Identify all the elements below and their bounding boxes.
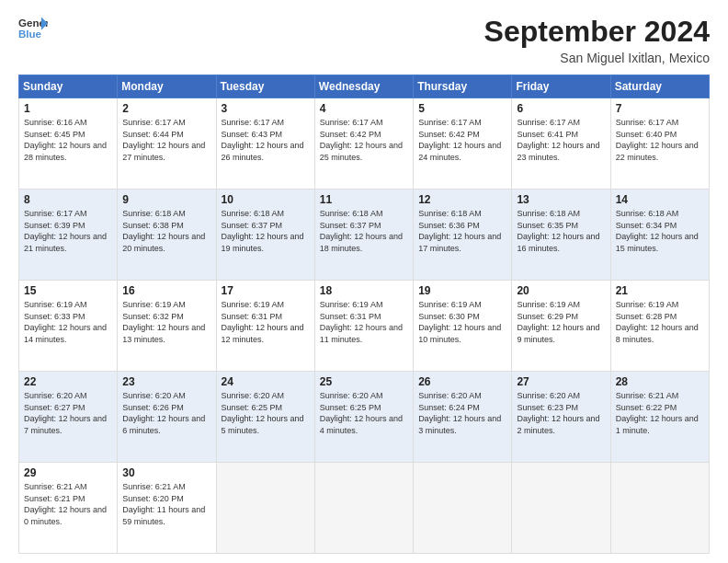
day-info: Sunrise: 6:19 AMSunset: 6:30 PMDaylight:… bbox=[418, 299, 506, 345]
day-info: Sunrise: 6:17 AMSunset: 6:43 PMDaylight:… bbox=[222, 117, 310, 163]
day-number: 16 bbox=[122, 284, 210, 297]
day-info: Sunrise: 6:20 AMSunset: 6:23 PMDaylight:… bbox=[517, 390, 605, 436]
table-row: 10Sunrise: 6:18 AMSunset: 6:37 PMDayligh… bbox=[216, 190, 314, 281]
table-row: 7Sunrise: 6:17 AMSunset: 6:40 PMDaylight… bbox=[610, 98, 709, 190]
day-info: Sunrise: 6:21 AMSunset: 6:20 PMDaylight:… bbox=[122, 481, 210, 527]
header: General Blue September 2024 San Miguel I… bbox=[18, 15, 710, 65]
day-number: 11 bbox=[320, 193, 408, 206]
day-number: 23 bbox=[122, 375, 210, 388]
table-row: 29Sunrise: 6:21 AMSunset: 6:21 PMDayligh… bbox=[19, 463, 118, 554]
table-row: 20Sunrise: 6:19 AMSunset: 6:29 PMDayligh… bbox=[512, 281, 610, 372]
table-row: 25Sunrise: 6:20 AMSunset: 6:25 PMDayligh… bbox=[314, 372, 413, 463]
day-info: Sunrise: 6:19 AMSunset: 6:33 PMDaylight:… bbox=[24, 299, 112, 345]
table-row: 8Sunrise: 6:17 AMSunset: 6:39 PMDaylight… bbox=[19, 190, 118, 281]
day-info: Sunrise: 6:19 AMSunset: 6:29 PMDaylight:… bbox=[517, 299, 605, 345]
day-number: 24 bbox=[222, 375, 310, 388]
calendar-week-row: 15Sunrise: 6:19 AMSunset: 6:33 PMDayligh… bbox=[19, 281, 710, 372]
day-info: Sunrise: 6:17 AMSunset: 6:42 PMDaylight:… bbox=[320, 117, 408, 163]
svg-text:Blue: Blue bbox=[18, 29, 42, 40]
table-row: 16Sunrise: 6:19 AMSunset: 6:32 PMDayligh… bbox=[118, 281, 216, 372]
day-info: Sunrise: 6:18 AMSunset: 6:36 PMDaylight:… bbox=[418, 208, 506, 254]
day-info: Sunrise: 6:18 AMSunset: 6:37 PMDaylight:… bbox=[222, 208, 310, 254]
day-number: 26 bbox=[418, 375, 506, 388]
table-row bbox=[610, 463, 709, 554]
table-row: 21Sunrise: 6:19 AMSunset: 6:28 PMDayligh… bbox=[610, 281, 709, 372]
logo-icon: General Blue bbox=[18, 15, 48, 40]
day-number: 7 bbox=[616, 102, 704, 115]
day-number: 13 bbox=[517, 193, 605, 206]
table-row: 12Sunrise: 6:18 AMSunset: 6:36 PMDayligh… bbox=[414, 190, 512, 281]
table-row: 5Sunrise: 6:17 AMSunset: 6:42 PMDaylight… bbox=[414, 98, 512, 190]
day-number: 1 bbox=[24, 102, 112, 115]
location: San Miguel Ixitlan, Mexico bbox=[484, 51, 710, 65]
day-info: Sunrise: 6:18 AMSunset: 6:35 PMDaylight:… bbox=[517, 208, 605, 254]
day-number: 8 bbox=[24, 193, 112, 206]
table-row: 13Sunrise: 6:18 AMSunset: 6:35 PMDayligh… bbox=[512, 190, 610, 281]
day-number: 12 bbox=[418, 193, 506, 206]
day-number: 10 bbox=[222, 193, 310, 206]
day-info: Sunrise: 6:17 AMSunset: 6:44 PMDaylight:… bbox=[122, 117, 210, 163]
day-info: Sunrise: 6:20 AMSunset: 6:25 PMDaylight:… bbox=[320, 390, 408, 436]
day-info: Sunrise: 6:21 AMSunset: 6:21 PMDaylight:… bbox=[24, 481, 112, 527]
month-year: September 2024 bbox=[484, 15, 710, 49]
table-row: 15Sunrise: 6:19 AMSunset: 6:33 PMDayligh… bbox=[19, 281, 118, 372]
calendar-week-row: 29Sunrise: 6:21 AMSunset: 6:21 PMDayligh… bbox=[19, 463, 710, 554]
day-number: 3 bbox=[222, 102, 310, 115]
table-row bbox=[216, 463, 314, 554]
col-saturday: Saturday bbox=[610, 75, 709, 98]
table-row: 30Sunrise: 6:21 AMSunset: 6:20 PMDayligh… bbox=[118, 463, 216, 554]
table-row: 3Sunrise: 6:17 AMSunset: 6:43 PMDaylight… bbox=[216, 98, 314, 190]
calendar-week-row: 22Sunrise: 6:20 AMSunset: 6:27 PMDayligh… bbox=[19, 372, 710, 463]
calendar: Sunday Monday Tuesday Wednesday Thursday… bbox=[18, 75, 710, 554]
title-block: September 2024 San Miguel Ixitlan, Mexic… bbox=[484, 15, 710, 65]
table-row: 18Sunrise: 6:19 AMSunset: 6:31 PMDayligh… bbox=[314, 281, 413, 372]
table-row: 19Sunrise: 6:19 AMSunset: 6:30 PMDayligh… bbox=[414, 281, 512, 372]
day-info: Sunrise: 6:21 AMSunset: 6:22 PMDaylight:… bbox=[616, 390, 704, 436]
day-number: 19 bbox=[418, 284, 506, 297]
table-row bbox=[512, 463, 610, 554]
table-row: 14Sunrise: 6:18 AMSunset: 6:34 PMDayligh… bbox=[610, 190, 709, 281]
table-row bbox=[314, 463, 413, 554]
day-number: 4 bbox=[320, 102, 408, 115]
day-number: 9 bbox=[122, 193, 210, 206]
table-row: 24Sunrise: 6:20 AMSunset: 6:25 PMDayligh… bbox=[216, 372, 314, 463]
table-row: 22Sunrise: 6:20 AMSunset: 6:27 PMDayligh… bbox=[19, 372, 118, 463]
table-row: 27Sunrise: 6:20 AMSunset: 6:23 PMDayligh… bbox=[512, 372, 610, 463]
table-row: 28Sunrise: 6:21 AMSunset: 6:22 PMDayligh… bbox=[610, 372, 709, 463]
day-number: 18 bbox=[320, 284, 408, 297]
day-number: 27 bbox=[517, 375, 605, 388]
calendar-week-row: 1Sunrise: 6:16 AMSunset: 6:45 PMDaylight… bbox=[19, 98, 710, 190]
day-info: Sunrise: 6:17 AMSunset: 6:42 PMDaylight:… bbox=[418, 117, 506, 163]
col-thursday: Thursday bbox=[414, 75, 512, 98]
table-row bbox=[414, 463, 512, 554]
day-info: Sunrise: 6:17 AMSunset: 6:39 PMDaylight:… bbox=[24, 208, 112, 254]
col-wednesday: Wednesday bbox=[314, 75, 413, 98]
table-row: 26Sunrise: 6:20 AMSunset: 6:24 PMDayligh… bbox=[414, 372, 512, 463]
col-tuesday: Tuesday bbox=[216, 75, 314, 98]
day-number: 30 bbox=[122, 466, 210, 479]
col-friday: Friday bbox=[512, 75, 610, 98]
table-row: 4Sunrise: 6:17 AMSunset: 6:42 PMDaylight… bbox=[314, 98, 413, 190]
day-number: 5 bbox=[418, 102, 506, 115]
col-monday: Monday bbox=[118, 75, 216, 98]
day-info: Sunrise: 6:20 AMSunset: 6:26 PMDaylight:… bbox=[122, 390, 210, 436]
day-info: Sunrise: 6:20 AMSunset: 6:27 PMDaylight:… bbox=[24, 390, 112, 436]
calendar-header-row: Sunday Monday Tuesday Wednesday Thursday… bbox=[19, 75, 710, 98]
calendar-week-row: 8Sunrise: 6:17 AMSunset: 6:39 PMDaylight… bbox=[19, 190, 710, 281]
day-info: Sunrise: 6:18 AMSunset: 6:34 PMDaylight:… bbox=[616, 208, 704, 254]
day-number: 29 bbox=[24, 466, 112, 479]
day-number: 2 bbox=[122, 102, 210, 115]
day-number: 15 bbox=[24, 284, 112, 297]
day-info: Sunrise: 6:19 AMSunset: 6:28 PMDaylight:… bbox=[616, 299, 704, 345]
day-info: Sunrise: 6:19 AMSunset: 6:32 PMDaylight:… bbox=[122, 299, 210, 345]
day-number: 22 bbox=[24, 375, 112, 388]
day-info: Sunrise: 6:18 AMSunset: 6:38 PMDaylight:… bbox=[122, 208, 210, 254]
day-info: Sunrise: 6:20 AMSunset: 6:24 PMDaylight:… bbox=[418, 390, 506, 436]
day-number: 28 bbox=[616, 375, 704, 388]
day-number: 14 bbox=[616, 193, 704, 206]
col-sunday: Sunday bbox=[19, 75, 118, 98]
day-info: Sunrise: 6:16 AMSunset: 6:45 PMDaylight:… bbox=[24, 117, 112, 163]
table-row: 9Sunrise: 6:18 AMSunset: 6:38 PMDaylight… bbox=[118, 190, 216, 281]
logo: General Blue bbox=[18, 15, 48, 40]
day-info: Sunrise: 6:17 AMSunset: 6:40 PMDaylight:… bbox=[616, 117, 704, 163]
